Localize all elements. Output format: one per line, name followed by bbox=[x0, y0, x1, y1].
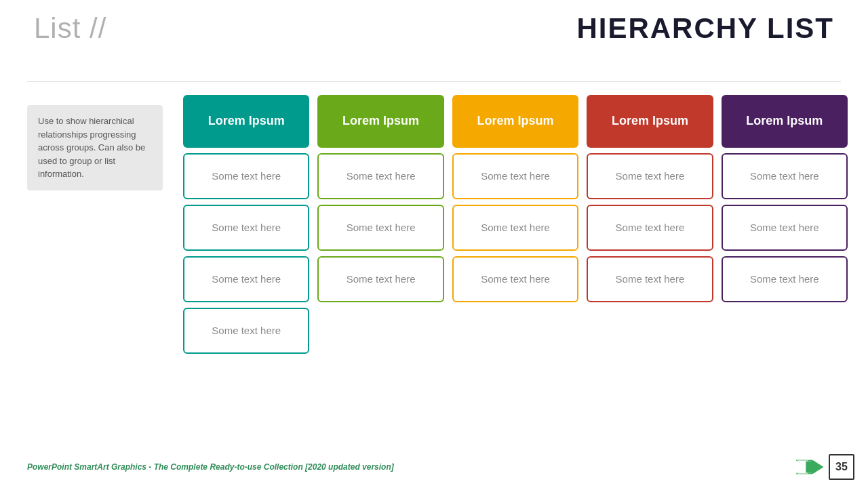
svg-marker-4 bbox=[806, 462, 821, 473]
col-header-3: Lorem Ipsum bbox=[452, 95, 578, 148]
hierarchy-col-1: Lorem IpsumSome text hereSome text hereS… bbox=[183, 95, 309, 447]
page-number: 35 bbox=[829, 454, 854, 480]
col-header-5: Lorem Ipsum bbox=[722, 95, 848, 148]
hierarchy-columns: Lorem IpsumSome text hereSome text hereS… bbox=[183, 95, 848, 447]
footer: PowerPoint SmartArt Graphics - The Compl… bbox=[0, 454, 868, 480]
col-1-item-3: Some text here bbox=[183, 256, 309, 302]
description-text: Use to show hierarchical relationships p… bbox=[38, 115, 152, 181]
footer-text: PowerPoint SmartArt Graphics - The Compl… bbox=[27, 462, 394, 472]
hierarchy-col-3: Lorem IpsumSome text hereSome text hereS… bbox=[452, 95, 578, 447]
footer-highlight: [2020 updated version] bbox=[305, 462, 394, 472]
col-5-item-2: Some text here bbox=[722, 205, 848, 251]
col-4-item-2: Some text here bbox=[587, 205, 713, 251]
footer-right: 35 bbox=[796, 454, 854, 480]
arrow-icon bbox=[796, 457, 823, 477]
col-3-item-2: Some text here bbox=[452, 205, 578, 251]
header: List // HIERARCHY LIST bbox=[0, 0, 868, 52]
hierarchy-col-5: Lorem IpsumSome text hereSome text hereS… bbox=[722, 95, 848, 447]
col-1-item-2: Some text here bbox=[183, 205, 309, 251]
col-header-2: Lorem Ipsum bbox=[317, 95, 443, 148]
description-box: Use to show hierarchical relationships p… bbox=[27, 105, 163, 190]
hierarchy-col-4: Lorem IpsumSome text hereSome text hereS… bbox=[587, 95, 713, 447]
list-title: List // bbox=[34, 12, 106, 45]
footer-main-text: PowerPoint SmartArt Graphics - The Compl… bbox=[27, 462, 305, 472]
hierarchy-title: HIERARCHY LIST bbox=[576, 12, 834, 45]
col-3-item-3: Some text here bbox=[452, 256, 578, 302]
col-3-item-1: Some text here bbox=[452, 153, 578, 199]
col-4-item-3: Some text here bbox=[587, 256, 713, 302]
header-divider bbox=[27, 81, 841, 82]
col-5-item-3: Some text here bbox=[722, 256, 848, 302]
col-5-item-1: Some text here bbox=[722, 153, 848, 199]
col-1-item-1: Some text here bbox=[183, 153, 309, 199]
col-2-item-1: Some text here bbox=[317, 153, 443, 199]
col-header-1: Lorem Ipsum bbox=[183, 95, 309, 148]
col-4-item-1: Some text here bbox=[587, 153, 713, 199]
col-header-4: Lorem Ipsum bbox=[587, 95, 713, 148]
hierarchy-col-2: Lorem IpsumSome text hereSome text hereS… bbox=[317, 95, 443, 447]
col-2-item-3: Some text here bbox=[317, 256, 443, 302]
col-1-item-4: Some text here bbox=[183, 308, 309, 354]
col-2-item-2: Some text here bbox=[317, 205, 443, 251]
